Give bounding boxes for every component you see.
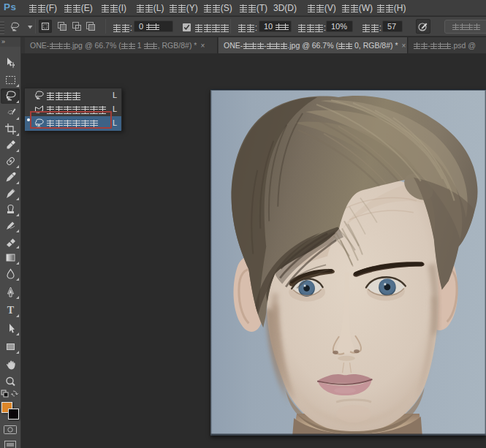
- svg-text:T: T: [7, 305, 14, 316]
